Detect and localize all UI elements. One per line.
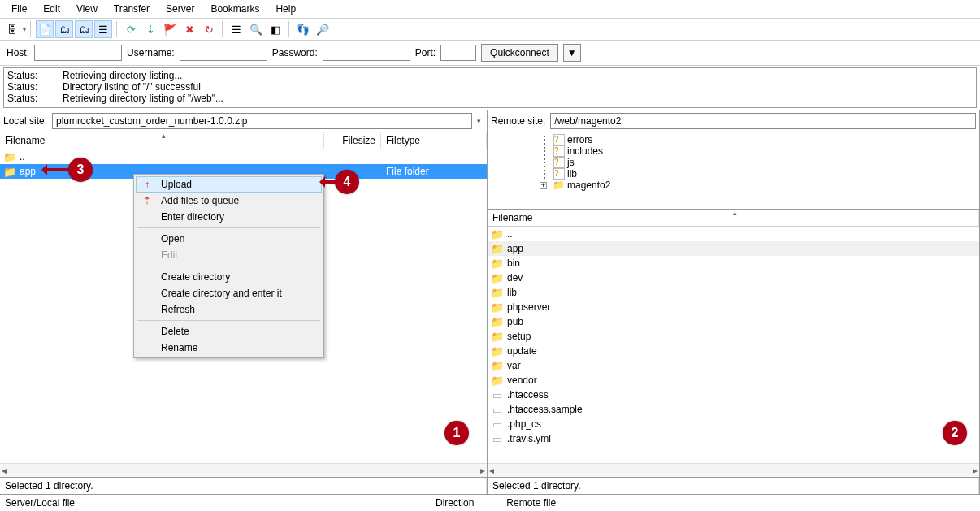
log-status-label: Status: xyxy=(7,81,48,93)
tree-label: lib xyxy=(567,168,577,180)
menu-bookmarks[interactable]: Bookmarks xyxy=(204,2,266,16)
filter-icon[interactable]: ☰ xyxy=(228,20,245,38)
menu-edit[interactable]: Edit xyxy=(37,2,67,16)
folder-icon: 📁 xyxy=(491,301,504,314)
scrollbar-horizontal[interactable]: ◂▸ xyxy=(488,463,979,477)
list-item[interactable]: 📁lib xyxy=(488,285,979,300)
folder-icon: 📁 xyxy=(491,257,504,270)
toggle-local-tree-icon[interactable]: 🗂 xyxy=(55,20,73,38)
folder-icon: 📁 xyxy=(491,344,504,357)
list-item[interactable]: ▭.php_cs xyxy=(488,417,979,431)
file-name: vendor xyxy=(507,375,976,386)
port-input[interactable] xyxy=(440,45,476,61)
col-filename[interactable]: Filename▴ xyxy=(488,210,979,226)
menu-item-add-files-to-queue[interactable]: ⇡Add files to queue xyxy=(136,193,322,209)
toggle-remote-tree-icon[interactable]: 🗂 xyxy=(75,20,93,38)
quickconnect-button[interactable]: Quickconnect xyxy=(481,44,558,62)
col-filename[interactable]: Filename▴ xyxy=(0,132,324,149)
list-item[interactable]: 📁pub xyxy=(488,314,979,329)
unknown-icon: ? xyxy=(553,157,565,168)
menu-server[interactable]: Server xyxy=(159,2,201,16)
menu-item-upload[interactable]: ↑Upload xyxy=(136,176,322,193)
menu-file[interactable]: File xyxy=(5,2,33,16)
tree-item[interactable]: ⋮?lib xyxy=(488,168,979,180)
file-name: app xyxy=(507,243,976,254)
file-icon: ▭ xyxy=(491,432,504,445)
menu-item-create-directory[interactable]: Create directory xyxy=(136,269,322,285)
toggle-log-icon[interactable]: 📄 xyxy=(36,20,54,38)
local-site-label: Local site: xyxy=(3,115,47,127)
process-queue-icon[interactable]: ⇣ xyxy=(141,20,159,38)
list-item[interactable]: 📁setup xyxy=(488,329,979,344)
sync-browse-icon[interactable]: 👣 xyxy=(294,20,312,38)
menu-label: Add files to queue xyxy=(161,195,239,206)
col-direction[interactable]: Direction xyxy=(436,497,474,509)
port-label: Port: xyxy=(415,47,436,58)
remote-status: Selected 1 directory. xyxy=(488,478,979,494)
disconnect-icon[interactable]: ✖ xyxy=(180,20,198,38)
password-label: Password: xyxy=(272,47,318,58)
file-icon: ▭ xyxy=(491,388,504,401)
expand-icon[interactable]: + xyxy=(540,182,547,189)
tree-item[interactable]: ⋮?includes xyxy=(488,145,979,157)
menu-item-create-directory-and-enter-it[interactable]: Create directory and enter it xyxy=(136,285,322,301)
menu-item-refresh[interactable]: Refresh xyxy=(136,301,322,318)
menu-item-open[interactable]: Open xyxy=(136,231,322,247)
log-message: Directory listing of "/" successful xyxy=(63,81,201,93)
search-icon[interactable]: 🔍 xyxy=(247,20,265,38)
local-path-input[interactable] xyxy=(52,113,472,129)
tree-label: magento2 xyxy=(567,180,610,191)
list-item[interactable]: 📁vendor xyxy=(488,373,979,388)
menu-transfer[interactable]: Transfer xyxy=(107,2,156,16)
remote-file-list[interactable]: 📁..📁app📁bin📁dev📁lib📁phpserver📁pub📁setup📁… xyxy=(488,227,979,463)
remote-path-input[interactable] xyxy=(550,113,976,129)
list-item[interactable]: 📁bin xyxy=(488,256,979,271)
host-label: Host: xyxy=(7,47,29,58)
reconnect-icon[interactable]: ↻ xyxy=(200,20,218,38)
log-message: Retrieving directory listing of "/web"..… xyxy=(63,93,223,104)
folder-icon: 📁 xyxy=(491,227,504,240)
tree-item[interactable]: ⋮?errors xyxy=(488,134,979,145)
toggle-queue-icon[interactable]: ☰ xyxy=(94,20,112,38)
cancel-icon[interactable]: 🚩 xyxy=(161,20,179,38)
list-item[interactable]: 📁app xyxy=(488,241,979,256)
list-item[interactable]: 📁update xyxy=(488,344,979,358)
menu-label: Enter directory xyxy=(161,211,224,223)
tree-item[interactable]: ⋮?js xyxy=(488,157,979,168)
menu-label: Open xyxy=(161,233,184,245)
list-item[interactable]: 📁phpserver xyxy=(488,300,979,314)
menu-bar: File Edit View Transfer Server Bookmarks… xyxy=(0,0,980,19)
menu-view[interactable]: View xyxy=(70,2,104,16)
list-item[interactable]: 📁dev xyxy=(488,271,979,285)
remote-tree[interactable]: ⋮?errors⋮?includes⋮?js⋮?lib+📁magento2 xyxy=(488,132,979,210)
menu-label: Refresh xyxy=(161,304,195,315)
col-server-local-file[interactable]: Server/Local file xyxy=(5,497,403,509)
refresh-icon[interactable]: ⟳ xyxy=(122,20,140,38)
list-item[interactable]: ▭.travis.yml xyxy=(488,431,979,446)
menu-item-delete[interactable]: Delete xyxy=(136,323,322,340)
col-filetype[interactable]: Filetype xyxy=(381,132,487,149)
menu-help[interactable]: Help xyxy=(269,2,302,16)
dropdown-icon[interactable]: ▾ xyxy=(477,117,483,125)
password-input[interactable] xyxy=(323,45,410,61)
menu-label: Delete xyxy=(161,326,189,337)
file-name: bin xyxy=(507,258,976,269)
compare-icon[interactable]: ◧ xyxy=(267,20,284,38)
tree-label: js xyxy=(567,157,575,168)
menu-item-enter-directory[interactable]: Enter directory xyxy=(136,209,322,225)
site-manager-icon[interactable]: 🗄 xyxy=(3,20,21,38)
quickconnect-history-dropdown[interactable]: ▼ xyxy=(563,44,581,62)
list-item[interactable]: 📁var xyxy=(488,358,979,373)
list-item[interactable]: 📁.. xyxy=(488,227,979,241)
col-filesize[interactable]: Filesize xyxy=(324,132,381,149)
list-item[interactable]: ▭.htaccess xyxy=(488,388,979,402)
col-remote-file[interactable]: Remote file xyxy=(506,497,556,509)
find-icon[interactable]: 🔎 xyxy=(314,20,332,38)
log-message: Retrieving directory listing... xyxy=(63,70,182,81)
list-item[interactable]: ▭.htaccess.sample xyxy=(488,402,979,417)
menu-item-rename[interactable]: Rename xyxy=(136,340,322,356)
scrollbar-horizontal[interactable]: ◂▸ xyxy=(0,463,487,477)
tree-item[interactable]: +📁magento2 xyxy=(488,180,979,191)
host-input[interactable] xyxy=(34,45,122,61)
username-input[interactable] xyxy=(180,45,267,61)
